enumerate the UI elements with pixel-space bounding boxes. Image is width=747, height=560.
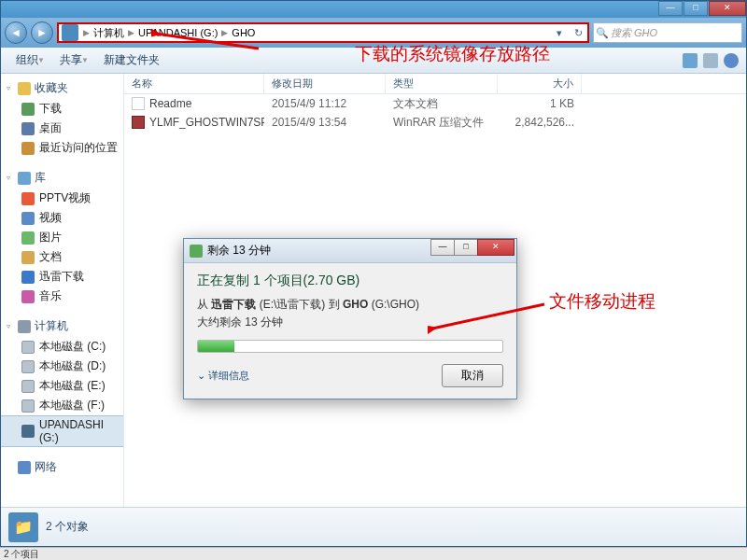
file-row[interactable]: YLMF_GHOSTWIN7SP1_X86_YN2014 2015/4/9 13… xyxy=(124,113,746,132)
organize-menu[interactable]: 组织▼ xyxy=(8,49,52,71)
dialog-remaining: 大约剩余 13 分钟 xyxy=(197,315,503,330)
sidebar-item-documents[interactable]: 文档 xyxy=(1,247,123,267)
copy-dialog: 剩余 13 分钟 — □ ✕ 正在复制 1 个项目(2.70 GB) 从 迅雷下… xyxy=(183,238,517,399)
libraries-group[interactable]: ▿库 xyxy=(1,167,123,189)
address-bar[interactable]: ▶ 计算机 ▶ UPANDASHI (G:) ▶ GHO ▾ ↻ xyxy=(57,22,589,43)
sidebar-item-drive-c[interactable]: 本地磁盘 (C:) xyxy=(1,337,123,357)
maximize-button[interactable]: □ xyxy=(684,1,708,16)
command-bar: 组织▼ 共享▼ 新建文件夹 xyxy=(1,48,746,74)
desktop-icon xyxy=(21,122,35,135)
minimize-button[interactable]: — xyxy=(658,1,683,16)
recent-icon xyxy=(21,142,35,155)
view-icon[interactable] xyxy=(683,53,698,68)
preview-icon[interactable] xyxy=(703,53,718,68)
hdd-icon xyxy=(21,360,35,373)
new-folder-button[interactable]: 新建文件夹 xyxy=(96,49,167,71)
document-icon xyxy=(21,251,35,264)
window-titlebar: — □ ✕ xyxy=(1,1,746,18)
network-icon xyxy=(18,461,31,474)
column-size[interactable]: 大小 xyxy=(498,74,582,93)
cancel-button[interactable]: 取消 xyxy=(442,364,503,387)
share-menu[interactable]: 共享▼ xyxy=(52,49,96,71)
chevron-right-icon: ▶ xyxy=(81,28,92,37)
nav-pane: ▿收藏夹 下载 桌面 最近访问的位置 ▿库 PPTV视频 视频 图片 文档 迅雷… xyxy=(1,74,124,507)
search-icon: 🔍 xyxy=(594,27,611,39)
status-bar: 📁 2 个对象 xyxy=(1,507,746,546)
dialog-maximize[interactable]: □ xyxy=(454,239,478,256)
dialog-close[interactable]: ✕ xyxy=(477,239,514,256)
file-row[interactable]: Readme 2015/4/9 11:12 文本文档 1 KB xyxy=(124,94,746,113)
column-date[interactable]: 修改日期 xyxy=(264,74,386,93)
sidebar-item-videos[interactable]: 视频 xyxy=(1,208,123,228)
column-headers: 名称 修改日期 类型 大小 xyxy=(124,74,746,94)
close-button[interactable]: ✕ xyxy=(709,1,746,16)
chevron-right-icon: ▶ xyxy=(126,28,136,37)
breadcrumb[interactable]: GHO xyxy=(230,27,257,38)
chevron-right-icon: ▶ xyxy=(219,28,230,37)
dialog-title: 剩余 13 分钟 xyxy=(207,243,271,259)
breadcrumb[interactable]: 计算机 xyxy=(92,26,126,40)
sidebar-item-drive-g[interactable]: UPANDASHI (G:) xyxy=(1,415,123,447)
video-icon xyxy=(21,192,35,205)
sidebar-item-pptv[interactable]: PPTV视频 xyxy=(1,189,123,208)
hdd-icon xyxy=(21,380,35,393)
dialog-titlebar[interactable]: 剩余 13 分钟 — □ ✕ xyxy=(184,239,516,263)
sidebar-item-drive-d[interactable]: 本地磁盘 (D:) xyxy=(1,357,123,376)
hdd-icon xyxy=(21,399,35,413)
sidebar-item-drive-f[interactable]: 本地磁盘 (F:) xyxy=(1,396,123,415)
back-button[interactable]: ◄ xyxy=(5,21,27,44)
text-file-icon xyxy=(132,97,145,110)
help-icon[interactable] xyxy=(724,53,739,68)
sidebar-item-music[interactable]: 音乐 xyxy=(1,287,123,306)
copy-icon xyxy=(190,245,203,258)
status-text: 2 个对象 xyxy=(46,519,89,535)
sidebar-item-drive-e[interactable]: 本地磁盘 (E:) xyxy=(1,376,123,396)
sidebar-item-recent[interactable]: 最近访问的位置 xyxy=(1,138,123,158)
folder-icon xyxy=(62,24,78,41)
video-icon xyxy=(21,212,35,225)
favorites-group[interactable]: ▿收藏夹 xyxy=(1,77,123,99)
search-input[interactable]: 🔍 搜索 GHO xyxy=(593,22,742,43)
music-icon xyxy=(21,290,35,303)
sidebar-item-desktop[interactable]: 桌面 xyxy=(1,119,123,138)
dialog-source-dest: 从 迅雷下载 (E:\迅雷下载) 到 GHO (G:\GHO) xyxy=(197,297,503,313)
sidebar-item-thunder[interactable]: 迅雷下载 xyxy=(1,267,123,287)
computer-group[interactable]: ▿计算机 xyxy=(1,315,123,337)
dialog-minimize[interactable]: — xyxy=(430,239,455,256)
column-name[interactable]: 名称 xyxy=(124,74,264,93)
sidebar-item-pictures[interactable]: 图片 xyxy=(1,228,123,247)
column-type[interactable]: 类型 xyxy=(386,74,498,93)
picture-icon xyxy=(21,231,35,245)
forward-button[interactable]: ► xyxy=(31,21,53,44)
search-placeholder: 搜索 GHO xyxy=(611,26,657,40)
dropdown-icon[interactable]: ▾ xyxy=(550,27,569,39)
nav-bar: ◄ ► ▶ 计算机 ▶ UPANDASHI (G:) ▶ GHO ▾ ↻ 🔍 搜… xyxy=(1,18,746,48)
rar-file-icon xyxy=(132,116,145,129)
folder-large-icon: 📁 xyxy=(8,512,38,542)
details-toggle[interactable]: ⌄详细信息 xyxy=(197,369,249,383)
dialog-heading: 正在复制 1 个项目(2.70 GB) xyxy=(197,273,503,289)
thunder-icon xyxy=(21,271,35,284)
network-group[interactable]: 网络 xyxy=(1,456,123,478)
sidebar-item-downloads[interactable]: 下载 xyxy=(1,99,123,119)
taskbar-strip: 2 个项目 xyxy=(0,547,747,560)
computer-icon xyxy=(18,320,31,333)
breadcrumb[interactable]: UPANDASHI (G:) xyxy=(136,27,219,38)
refresh-icon[interactable]: ↻ xyxy=(569,27,587,39)
library-icon xyxy=(18,172,31,185)
star-icon xyxy=(18,82,31,95)
chevron-down-icon: ⌄ xyxy=(197,370,205,382)
download-icon xyxy=(21,103,35,116)
progress-bar xyxy=(197,340,503,353)
hdd-icon xyxy=(21,341,35,354)
usb-icon xyxy=(21,425,35,438)
